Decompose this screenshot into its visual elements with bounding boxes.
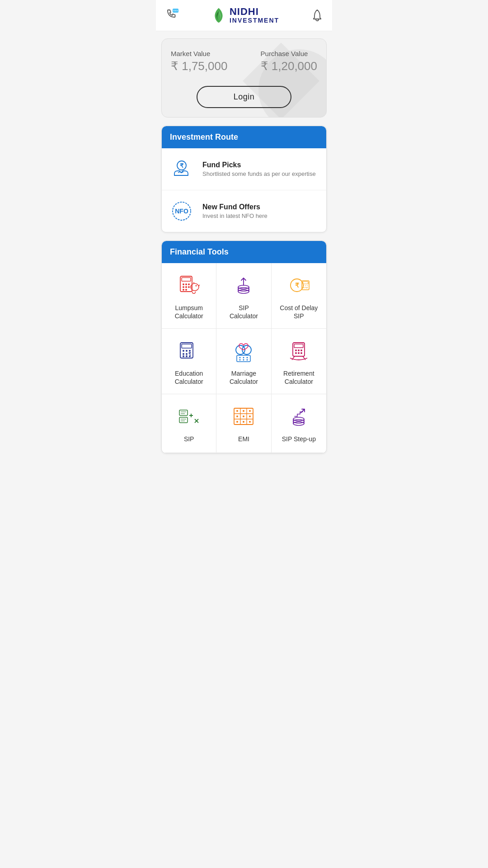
marriage-calculator-cell[interactable]: MarriageCalculator xyxy=(216,329,271,394)
svg-text:₹: ₹ xyxy=(180,162,184,169)
nfo-item[interactable]: NFO New Fund Offers Invest in latest NFO… xyxy=(162,190,326,232)
sip-calculator-cell[interactable]: SIPCalculator xyxy=(216,263,271,329)
svg-text:NFO: NFO xyxy=(175,208,188,215)
svg-rect-37 xyxy=(182,344,192,348)
investment-route-header: Investment Route xyxy=(162,126,326,148)
phone-chat-button[interactable] xyxy=(164,8,179,23)
tools-grid: LumpsumCalculator SIPCalculator xyxy=(162,263,326,453)
svg-rect-9 xyxy=(182,278,191,281)
svg-point-55 xyxy=(247,359,248,360)
fund-picks-text: Fund Picks Shortlisted some funds as per… xyxy=(202,161,316,177)
retirement-icon xyxy=(285,338,312,365)
svg-point-1 xyxy=(174,10,174,11)
login-button[interactable]: Login xyxy=(197,86,292,108)
svg-point-60 xyxy=(300,349,302,351)
svg-point-88 xyxy=(243,421,244,423)
fund-picks-icon: ₹ xyxy=(169,156,194,182)
sip-stepup-cell[interactable]: SIP Step-up xyxy=(272,394,326,453)
education-calculator-cell[interactable]: ₹ EducationCalculator xyxy=(162,329,216,394)
svg-point-92 xyxy=(293,417,304,421)
svg-rect-66 xyxy=(179,410,188,415)
cost-of-delay-cell[interactable]: ₹ ÷ × Cost of DelaySIP xyxy=(272,263,326,329)
svg-point-46 xyxy=(189,355,191,357)
sip2-calculator-cell[interactable]: SIP xyxy=(162,394,216,453)
svg-point-59 xyxy=(298,349,300,351)
svg-point-14 xyxy=(185,286,187,288)
svg-text:₹: ₹ xyxy=(295,282,299,289)
svg-point-87 xyxy=(236,421,238,423)
svg-point-10 xyxy=(183,283,184,285)
svg-point-62 xyxy=(298,352,300,354)
svg-rect-57 xyxy=(294,344,303,348)
emi-calculator-cell[interactable]: EMI xyxy=(216,394,271,453)
svg-point-12 xyxy=(188,283,190,285)
nfo-text: New Fund Offers Invest in latest NFO her… xyxy=(202,203,267,219)
financial-tools-section: Financial Tools xyxy=(161,241,327,454)
svg-rect-28 xyxy=(303,282,308,284)
app-logo: NIDHI INVESTMENT xyxy=(211,6,279,24)
market-value-block: Market Value ₹ 1,75,000 xyxy=(171,50,227,73)
fund-picks-item[interactable]: ₹ Fund Picks Shortlisted some funds as p… xyxy=(162,148,326,190)
portfolio-card: Market Value ₹ 1,75,000 Purchase Value ₹… xyxy=(161,38,327,118)
financial-tools-header: Financial Tools xyxy=(162,241,326,263)
svg-point-89 xyxy=(249,421,251,423)
purchase-value-block: Purchase Value ₹ 1,20,000 xyxy=(261,50,317,73)
svg-point-86 xyxy=(249,415,251,417)
sip-icon xyxy=(230,272,257,299)
svg-point-42 xyxy=(186,353,188,355)
cost-of-delay-icon: ₹ ÷ × xyxy=(285,272,312,299)
lumpsum-calculator-cell[interactable]: LumpsumCalculator xyxy=(162,263,216,329)
svg-point-63 xyxy=(300,352,302,354)
svg-point-50 xyxy=(239,357,241,358)
svg-point-41 xyxy=(183,353,184,355)
nfo-icon: NFO xyxy=(169,198,194,224)
app-header: NIDHI INVESTMENT xyxy=(156,0,332,31)
svg-point-17 xyxy=(185,289,187,291)
svg-point-39 xyxy=(186,350,188,352)
svg-point-61 xyxy=(295,352,297,354)
svg-point-22 xyxy=(238,285,249,289)
svg-point-45 xyxy=(186,355,188,357)
svg-point-54 xyxy=(243,359,244,360)
svg-point-11 xyxy=(185,283,187,285)
svg-point-52 xyxy=(247,357,248,358)
bell-button[interactable] xyxy=(310,9,324,22)
svg-point-83 xyxy=(249,410,251,412)
sip2-icon xyxy=(175,403,202,430)
svg-point-58 xyxy=(295,349,297,351)
svg-point-15 xyxy=(188,286,190,288)
svg-point-3 xyxy=(177,10,178,11)
svg-point-84 xyxy=(236,415,238,417)
logo-text: NIDHI INVESTMENT xyxy=(230,6,279,24)
svg-text:÷ ×: ÷ × xyxy=(303,286,308,289)
sip-stepup-icon xyxy=(285,403,312,430)
education-icon: ₹ xyxy=(175,338,202,365)
svg-point-51 xyxy=(243,357,244,358)
svg-point-81 xyxy=(236,410,238,412)
svg-rect-67 xyxy=(179,417,188,423)
svg-point-16 xyxy=(183,289,184,291)
svg-point-53 xyxy=(239,359,241,360)
svg-point-13 xyxy=(183,286,184,288)
svg-point-44 xyxy=(183,355,184,357)
retirement-calculator-cell[interactable]: RetirementCalculator xyxy=(272,329,326,394)
lumpsum-icon xyxy=(175,272,202,299)
marriage-icon xyxy=(230,338,257,365)
svg-point-2 xyxy=(175,10,176,11)
emi-icon xyxy=(230,403,257,430)
svg-rect-49 xyxy=(237,355,250,362)
svg-point-19 xyxy=(196,285,197,286)
svg-point-38 xyxy=(183,350,184,352)
svg-point-85 xyxy=(243,415,244,417)
svg-point-82 xyxy=(243,410,244,412)
investment-route-section: Investment Route ₹ Fund Picks Shortliste… xyxy=(161,126,327,232)
